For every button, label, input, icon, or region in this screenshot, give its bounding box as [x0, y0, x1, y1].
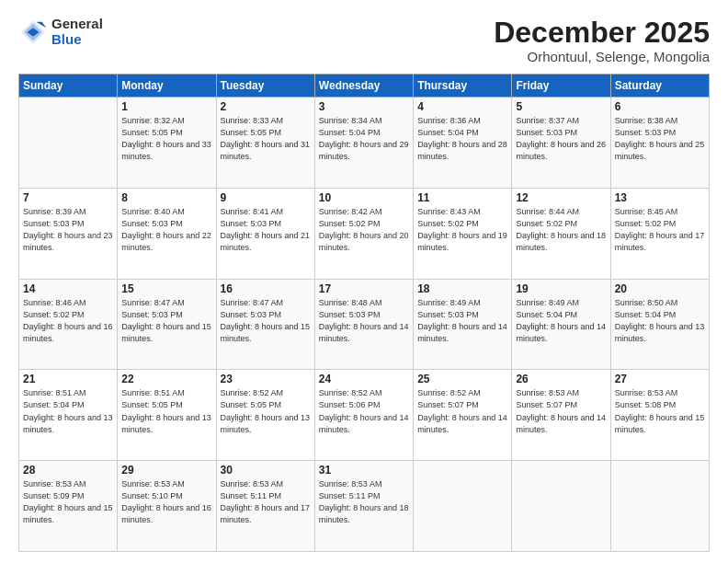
- day-cell: [19, 98, 118, 189]
- day-cell: 27Sunrise: 8:53 AMSunset: 5:08 PMDayligh…: [610, 370, 709, 461]
- day-cell: 16Sunrise: 8:47 AMSunset: 5:03 PMDayligh…: [216, 279, 314, 370]
- day-cell: 31Sunrise: 8:53 AMSunset: 5:11 PMDayligh…: [314, 461, 413, 552]
- subtitle: Orhontuul, Selenge, Mongolia: [494, 49, 710, 64]
- day-cell: 29Sunrise: 8:53 AMSunset: 5:10 PMDayligh…: [118, 461, 216, 552]
- logo-icon: [18, 17, 48, 47]
- day-number: 16: [221, 282, 311, 295]
- logo-text: General Blue: [51, 17, 103, 47]
- title-area: December 2025 Orhontuul, Selenge, Mongol…: [494, 17, 710, 64]
- day-cell: 8Sunrise: 8:40 AMSunset: 5:03 PMDaylight…: [118, 188, 216, 279]
- day-cell: 13Sunrise: 8:45 AMSunset: 5:02 PMDayligh…: [610, 188, 709, 279]
- day-cell: 25Sunrise: 8:52 AMSunset: 5:07 PMDayligh…: [414, 370, 512, 461]
- day-cell: 2Sunrise: 8:33 AMSunset: 5:05 PMDaylight…: [216, 98, 314, 189]
- day-number: 21: [23, 373, 113, 385]
- day-info: Sunrise: 8:39 AMSunset: 5:03 PMDaylight:…: [23, 206, 113, 254]
- day-cell: 22Sunrise: 8:51 AMSunset: 5:05 PMDayligh…: [118, 370, 216, 461]
- day-number: 25: [417, 373, 507, 385]
- day-cell: 23Sunrise: 8:52 AMSunset: 5:05 PMDayligh…: [216, 370, 314, 461]
- day-cell: 18Sunrise: 8:49 AMSunset: 5:03 PMDayligh…: [414, 279, 512, 370]
- logo-blue: Blue: [51, 32, 103, 48]
- day-cell: 28Sunrise: 8:53 AMSunset: 5:09 PMDayligh…: [19, 461, 118, 552]
- col-header-friday: Friday: [512, 75, 610, 98]
- day-info: Sunrise: 8:32 AMSunset: 5:05 PMDaylight:…: [121, 115, 211, 163]
- day-info: Sunrise: 8:45 AMSunset: 5:02 PMDaylight:…: [615, 206, 705, 254]
- day-info: Sunrise: 8:50 AMSunset: 5:04 PMDaylight:…: [615, 297, 705, 345]
- day-info: Sunrise: 8:52 AMSunset: 5:06 PMDaylight:…: [319, 387, 409, 435]
- day-cell: 4Sunrise: 8:36 AMSunset: 5:04 PMDaylight…: [414, 98, 512, 189]
- day-info: Sunrise: 8:34 AMSunset: 5:04 PMDaylight:…: [319, 115, 409, 163]
- day-cell: 26Sunrise: 8:53 AMSunset: 5:07 PMDayligh…: [512, 370, 610, 461]
- day-number: 20: [615, 282, 705, 295]
- day-number: 26: [516, 373, 606, 385]
- day-cell: 20Sunrise: 8:50 AMSunset: 5:04 PMDayligh…: [610, 279, 709, 370]
- day-cell: 15Sunrise: 8:47 AMSunset: 5:03 PMDayligh…: [118, 279, 216, 370]
- day-number: 30: [221, 464, 311, 477]
- week-row-2: 7Sunrise: 8:39 AMSunset: 5:03 PMDaylight…: [19, 188, 710, 279]
- day-info: Sunrise: 8:37 AMSunset: 5:03 PMDaylight:…: [516, 115, 606, 163]
- day-info: Sunrise: 8:42 AMSunset: 5:02 PMDaylight:…: [319, 206, 409, 254]
- day-cell: [512, 461, 610, 552]
- day-info: Sunrise: 8:49 AMSunset: 5:03 PMDaylight:…: [417, 297, 507, 345]
- day-info: Sunrise: 8:48 AMSunset: 5:03 PMDaylight:…: [319, 297, 409, 345]
- day-info: Sunrise: 8:46 AMSunset: 5:02 PMDaylight:…: [23, 297, 113, 345]
- day-info: Sunrise: 8:52 AMSunset: 5:07 PMDaylight:…: [417, 387, 507, 435]
- day-info: Sunrise: 8:51 AMSunset: 5:05 PMDaylight:…: [121, 387, 211, 435]
- day-number: 7: [23, 191, 113, 204]
- day-info: Sunrise: 8:44 AMSunset: 5:02 PMDaylight:…: [516, 206, 606, 254]
- week-row-3: 14Sunrise: 8:46 AMSunset: 5:02 PMDayligh…: [19, 279, 710, 370]
- day-number: 22: [121, 373, 211, 385]
- col-header-tuesday: Tuesday: [216, 75, 314, 98]
- day-number: 6: [615, 100, 705, 113]
- day-info: Sunrise: 8:53 AMSunset: 5:11 PMDaylight:…: [319, 478, 409, 526]
- day-number: 31: [319, 464, 409, 477]
- day-number: 15: [121, 282, 211, 295]
- day-cell: 14Sunrise: 8:46 AMSunset: 5:02 PMDayligh…: [19, 279, 118, 370]
- day-info: Sunrise: 8:47 AMSunset: 5:03 PMDaylight:…: [121, 297, 211, 345]
- day-number: 23: [221, 373, 311, 385]
- day-info: Sunrise: 8:49 AMSunset: 5:04 PMDaylight:…: [516, 297, 606, 345]
- col-header-monday: Monday: [118, 75, 216, 98]
- col-header-thursday: Thursday: [414, 75, 512, 98]
- day-info: Sunrise: 8:43 AMSunset: 5:02 PMDaylight:…: [417, 206, 507, 254]
- day-cell: 7Sunrise: 8:39 AMSunset: 5:03 PMDaylight…: [19, 188, 118, 279]
- col-header-sunday: Sunday: [19, 75, 118, 98]
- day-number: 29: [121, 464, 211, 477]
- day-number: 1: [121, 100, 211, 113]
- day-cell: 1Sunrise: 8:32 AMSunset: 5:05 PMDaylight…: [118, 98, 216, 189]
- day-info: Sunrise: 8:53 AMSunset: 5:07 PMDaylight:…: [516, 387, 606, 435]
- day-info: Sunrise: 8:36 AMSunset: 5:04 PMDaylight:…: [417, 115, 507, 163]
- day-cell: 24Sunrise: 8:52 AMSunset: 5:06 PMDayligh…: [314, 370, 413, 461]
- day-cell: 6Sunrise: 8:38 AMSunset: 5:03 PMDaylight…: [610, 98, 709, 189]
- week-row-4: 21Sunrise: 8:51 AMSunset: 5:04 PMDayligh…: [19, 370, 710, 461]
- day-number: 28: [23, 464, 113, 477]
- calendar-table: SundayMondayTuesdayWednesdayThursdayFrid…: [18, 74, 710, 552]
- day-number: 11: [417, 191, 507, 204]
- day-cell: 3Sunrise: 8:34 AMSunset: 5:04 PMDaylight…: [314, 98, 413, 189]
- day-number: 9: [221, 191, 311, 204]
- day-info: Sunrise: 8:33 AMSunset: 5:05 PMDaylight:…: [221, 115, 311, 163]
- week-row-5: 28Sunrise: 8:53 AMSunset: 5:09 PMDayligh…: [19, 461, 710, 552]
- day-cell: 9Sunrise: 8:41 AMSunset: 5:03 PMDaylight…: [216, 188, 314, 279]
- day-number: 12: [516, 191, 606, 204]
- page: General Blue December 2025 Orhontuul, Se…: [0, 0, 728, 563]
- day-info: Sunrise: 8:40 AMSunset: 5:03 PMDaylight:…: [121, 206, 211, 254]
- day-cell: 30Sunrise: 8:53 AMSunset: 5:11 PMDayligh…: [216, 461, 314, 552]
- day-info: Sunrise: 8:53 AMSunset: 5:09 PMDaylight:…: [23, 478, 113, 526]
- day-cell: 11Sunrise: 8:43 AMSunset: 5:02 PMDayligh…: [414, 188, 512, 279]
- logo: General Blue: [18, 17, 103, 47]
- day-number: 24: [319, 373, 409, 385]
- day-number: 19: [516, 282, 606, 295]
- day-info: Sunrise: 8:53 AMSunset: 5:11 PMDaylight:…: [221, 478, 311, 526]
- day-info: Sunrise: 8:47 AMSunset: 5:03 PMDaylight:…: [221, 297, 311, 345]
- day-number: 3: [319, 100, 409, 113]
- week-row-1: 1Sunrise: 8:32 AMSunset: 5:05 PMDaylight…: [19, 98, 710, 189]
- day-cell: 5Sunrise: 8:37 AMSunset: 5:03 PMDaylight…: [512, 98, 610, 189]
- day-cell: 21Sunrise: 8:51 AMSunset: 5:04 PMDayligh…: [19, 370, 118, 461]
- day-cell: [610, 461, 709, 552]
- day-number: 4: [417, 100, 507, 113]
- day-info: Sunrise: 8:38 AMSunset: 5:03 PMDaylight:…: [615, 115, 705, 163]
- day-cell: [414, 461, 512, 552]
- month-title: December 2025: [494, 17, 710, 49]
- day-number: 5: [516, 100, 606, 113]
- day-number: 18: [417, 282, 507, 295]
